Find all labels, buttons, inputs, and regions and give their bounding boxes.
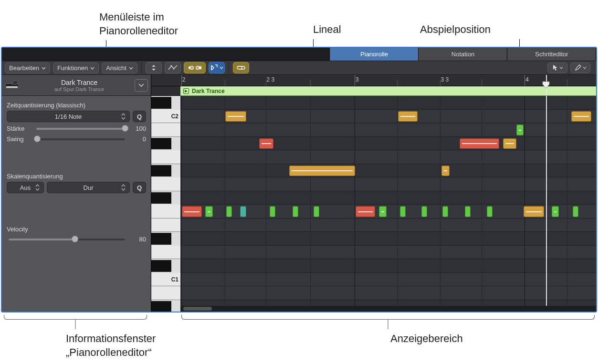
midi-note[interactable] bbox=[226, 206, 232, 217]
svg-point-4 bbox=[192, 67, 193, 68]
velocity-value: 80 bbox=[129, 236, 146, 243]
swing-value: 0 bbox=[129, 135, 146, 143]
track-name: Dark Trance bbox=[24, 79, 135, 86]
updown-icon bbox=[121, 184, 126, 191]
midi-note[interactable] bbox=[460, 138, 499, 149]
svg-point-3 bbox=[191, 67, 192, 68]
track-subtitle: auf Spur Dark Trance bbox=[24, 86, 135, 93]
note-display-area: 22 333 34 Dark Trance bbox=[180, 75, 596, 312]
time-quant-label: Zeitquantisierung (klassisch) bbox=[7, 102, 146, 109]
callout-playhead: Abspielposition bbox=[420, 23, 491, 37]
svg-point-9 bbox=[197, 68, 198, 69]
svg-point-2 bbox=[190, 66, 193, 70]
strength-label: Stärke bbox=[7, 125, 32, 132]
updown-icon bbox=[35, 184, 40, 191]
midi-note[interactable] bbox=[421, 206, 427, 217]
midi-note[interactable] bbox=[441, 166, 450, 177]
playhead-handle[interactable] bbox=[542, 81, 550, 89]
midi-note[interactable] bbox=[398, 111, 418, 122]
automation-icon[interactable] bbox=[165, 62, 181, 73]
midi-note[interactable] bbox=[487, 206, 493, 217]
region-name: Dark Trance bbox=[192, 88, 225, 94]
instrument-icon bbox=[4, 79, 21, 92]
midi-note[interactable] bbox=[182, 206, 202, 217]
timeline-ruler[interactable]: 22 333 34 bbox=[180, 75, 596, 86]
midi-note[interactable] bbox=[400, 206, 406, 217]
midi-note[interactable] bbox=[314, 206, 319, 217]
midi-note[interactable] bbox=[270, 206, 275, 217]
scale-quantize-button[interactable]: Q bbox=[133, 182, 146, 193]
chevron-down-icon bbox=[559, 66, 563, 70]
menu-functions[interactable]: Funktionen bbox=[53, 62, 99, 73]
svg-point-7 bbox=[197, 67, 198, 68]
scale-onoff-select[interactable]: Aus bbox=[7, 182, 44, 193]
callout-inspector: Informationsfenster „Pianorolleneditor“ bbox=[66, 332, 219, 359]
midi-note[interactable] bbox=[240, 206, 246, 217]
inspector-panel: Dark Trance auf Spur Dark Trance Zeitqua… bbox=[2, 75, 151, 312]
chevron-down-icon bbox=[220, 66, 223, 70]
collapse-icon[interactable] bbox=[146, 62, 162, 73]
midi-note[interactable] bbox=[379, 206, 387, 217]
tab-stepeditor[interactable]: Schritteditor bbox=[507, 48, 596, 61]
horizontal-scrollbar[interactable] bbox=[180, 306, 596, 312]
midi-note[interactable] bbox=[503, 138, 516, 149]
region-header[interactable]: Dark Trance bbox=[180, 86, 596, 96]
midi-note[interactable] bbox=[442, 206, 448, 217]
swing-label: Swing bbox=[7, 135, 32, 143]
link-icon[interactable] bbox=[233, 62, 249, 73]
chevron-down-icon bbox=[583, 66, 587, 70]
chevron-down-icon bbox=[129, 66, 133, 70]
midi-note[interactable] bbox=[571, 111, 591, 122]
time-quant-select[interactable]: 1/16 Note bbox=[7, 111, 130, 122]
menu-view[interactable]: Ansicht bbox=[102, 62, 137, 73]
note-grid[interactable] bbox=[180, 96, 596, 306]
tab-pianoroll[interactable]: Pianorolle bbox=[330, 48, 419, 61]
playhead[interactable] bbox=[546, 96, 547, 306]
editor-toolbar: Bearbeiten Funktionen Ansicht bbox=[2, 61, 596, 75]
velocity-label: Velocity bbox=[7, 226, 146, 233]
pencil-tool[interactable] bbox=[570, 62, 590, 73]
chevron-down-icon bbox=[42, 66, 46, 70]
midi-note[interactable] bbox=[356, 206, 376, 217]
piano-keyboard[interactable]: C2C1 bbox=[151, 75, 180, 312]
midi-note[interactable] bbox=[573, 206, 578, 217]
chevron-down-icon bbox=[90, 66, 94, 70]
midi-note[interactable] bbox=[552, 206, 559, 217]
view-tab-bar: Pianorolle Notation Schritteditor bbox=[2, 48, 596, 61]
updown-icon bbox=[121, 113, 126, 120]
inspector-toggle[interactable] bbox=[135, 79, 148, 92]
tab-notation[interactable]: Notation bbox=[419, 48, 507, 61]
pointer-tool[interactable] bbox=[547, 62, 567, 73]
midi-in-out-icon[interactable] bbox=[184, 62, 206, 73]
swing-slider[interactable] bbox=[36, 135, 125, 143]
midi-note[interactable] bbox=[293, 206, 298, 217]
svg-point-0 bbox=[170, 65, 172, 67]
scale-quant-label: Skalenquantisierung bbox=[7, 173, 146, 180]
callout-ruler: Lineal bbox=[313, 23, 341, 37]
midi-note[interactable] bbox=[225, 111, 246, 122]
callout-menubar: Menüleiste im Pianorolleneditor bbox=[99, 10, 223, 38]
midi-note[interactable] bbox=[289, 166, 355, 177]
midi-note[interactable] bbox=[259, 138, 273, 149]
menu-edit[interactable]: Bearbeiten bbox=[5, 62, 50, 73]
pianoroll-editor: Pianorolle Notation Schritteditor Bearbe… bbox=[1, 47, 597, 312]
callout-display: Anzeigebereich bbox=[390, 332, 463, 346]
play-region-icon bbox=[183, 88, 189, 94]
svg-point-5 bbox=[191, 68, 192, 69]
svg-point-8 bbox=[198, 67, 199, 68]
midi-note[interactable] bbox=[516, 125, 524, 135]
velocity-slider[interactable] bbox=[9, 235, 125, 243]
scrollbar-thumb[interactable] bbox=[183, 307, 212, 311]
svg-rect-11 bbox=[6, 86, 18, 88]
midi-note[interactable] bbox=[524, 206, 545, 217]
scale-mode-select[interactable]: Dur bbox=[47, 182, 130, 193]
strength-slider[interactable] bbox=[36, 124, 125, 133]
catch-playhead-icon[interactable] bbox=[209, 62, 225, 73]
midi-note[interactable] bbox=[205, 206, 213, 217]
strength-value: 100 bbox=[129, 125, 146, 132]
midi-note[interactable] bbox=[465, 206, 471, 217]
svg-point-6 bbox=[196, 66, 199, 70]
svg-point-1 bbox=[173, 68, 174, 70]
quantize-button[interactable]: Q bbox=[133, 111, 146, 122]
